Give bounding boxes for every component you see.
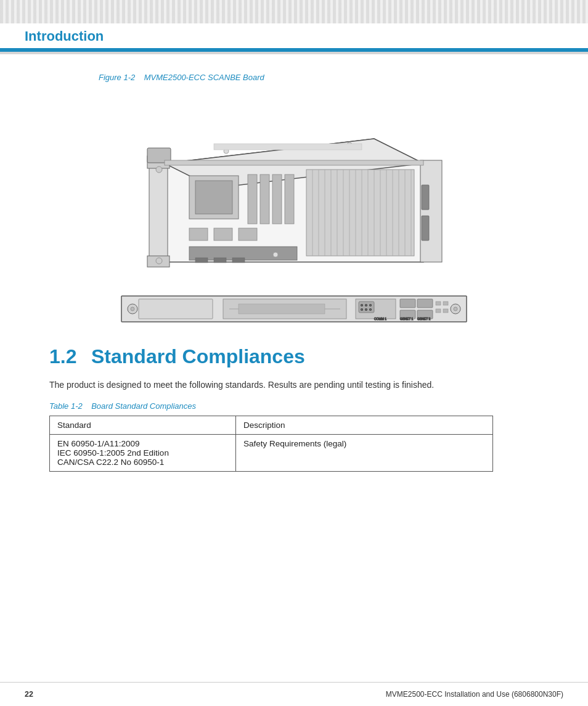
svg-point-45 <box>156 258 162 264</box>
svg-point-49 <box>131 307 134 311</box>
svg-point-63 <box>370 309 372 311</box>
footer-page-number: 22 <box>25 690 33 699</box>
svg-text:COMM 1: COMM 1 <box>374 317 386 321</box>
front-panel-svg: COMM 1 GBNET 1 GBNET 2 <box>115 293 473 327</box>
svg-rect-64 <box>400 299 415 308</box>
section-heading-row: 1.2 Standard Compliances <box>49 345 539 368</box>
svg-point-58 <box>361 305 363 306</box>
svg-rect-70 <box>436 309 441 313</box>
header-pattern-band <box>0 0 588 23</box>
svg-point-44 <box>156 166 162 173</box>
svg-rect-68 <box>436 302 441 305</box>
table-header-description: Description <box>235 416 492 435</box>
svg-rect-38 <box>165 160 423 165</box>
svg-rect-27 <box>189 228 208 240</box>
svg-rect-43 <box>422 216 429 240</box>
table-cell-standard: EN 60950-1/A11:2009 IEC 60950-1:2005 2nd… <box>50 435 236 472</box>
svg-text:GBNET 1: GBNET 1 <box>400 317 414 321</box>
svg-rect-26 <box>195 181 232 214</box>
page-title: Introduction <box>25 28 104 44</box>
svg-rect-34 <box>285 174 294 224</box>
svg-rect-40 <box>214 258 226 263</box>
svg-point-51 <box>454 307 457 311</box>
svg-rect-55 <box>239 304 325 314</box>
svg-text:GBNET 2: GBNET 2 <box>417 317 431 321</box>
section-number: 1.2 <box>49 345 80 368</box>
svg-rect-28 <box>214 228 232 240</box>
table-caption: Table 1-2 Board Standard Compliances <box>49 401 539 411</box>
svg-rect-65 <box>417 299 433 308</box>
svg-rect-29 <box>239 228 257 240</box>
svg-rect-2 <box>149 160 168 262</box>
svg-rect-57 <box>359 302 374 313</box>
page-footer: 22 MVME2500-ECC Installation and Use (68… <box>0 682 588 706</box>
figure-container: COMM 1 GBNET 1 GBNET 2 <box>78 89 510 327</box>
svg-rect-32 <box>260 174 269 224</box>
svg-rect-69 <box>443 302 448 305</box>
main-content: Figure 1-2 MVME2500-ECC SCANBE Board <box>0 54 588 496</box>
svg-rect-41 <box>232 258 245 263</box>
svg-rect-7 <box>306 170 414 256</box>
svg-point-59 <box>365 305 367 306</box>
svg-rect-31 <box>248 174 257 224</box>
svg-point-61 <box>361 309 363 311</box>
svg-rect-5 <box>420 160 442 262</box>
svg-point-37 <box>273 252 278 257</box>
svg-point-60 <box>370 305 372 306</box>
table-row: EN 60950-1/A11:2009 IEC 60950-1:2005 2nd… <box>50 435 493 472</box>
board-svg <box>115 89 473 287</box>
svg-rect-52 <box>139 299 213 319</box>
svg-rect-39 <box>195 258 208 263</box>
table-header-standard: Standard <box>50 416 236 435</box>
header-section: Introduction <box>0 23 588 47</box>
svg-rect-71 <box>443 309 448 313</box>
section-body: The product is designed to meet the foll… <box>49 378 493 392</box>
section-title: Standard Compliances <box>91 345 305 368</box>
figure-caption: Figure 1-2 MVME2500-ECC SCANBE Board <box>99 73 539 82</box>
standard-line-1: EN 60950-1/A11:2009 <box>57 439 140 448</box>
footer-document-title: MVME2500-ECC Installation and Use (68068… <box>386 690 563 699</box>
gray-divider-bar <box>0 52 588 54</box>
standard-line-3: CAN/CSA C22.2 No 60950-1 <box>57 458 164 467</box>
svg-rect-33 <box>272 174 282 224</box>
svg-point-62 <box>365 309 367 311</box>
table-cell-description: Safety Requirements (legal) <box>235 435 492 472</box>
svg-rect-42 <box>422 185 429 210</box>
compliance-table: Standard Description EN 60950-1/A11:2009… <box>49 416 493 472</box>
svg-rect-46 <box>214 144 362 150</box>
standard-line-2: IEC 60950-1:2005 2nd Edition <box>57 448 169 458</box>
